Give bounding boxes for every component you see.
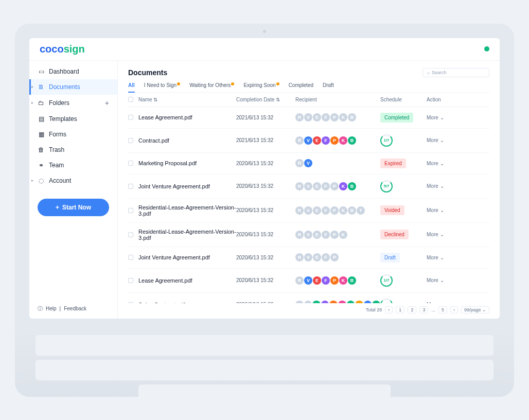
doc-date: 2020/6/13 15:32	[236, 161, 295, 166]
recipient-avatar: R	[295, 231, 304, 239]
chevron-down-icon: ⌄	[440, 207, 444, 213]
more-button[interactable]: More ⌄	[427, 255, 457, 260]
recipient-avatar: E	[313, 136, 321, 145]
recipient-avatar: R	[295, 182, 304, 190]
row-checkbox[interactable]	[128, 278, 133, 283]
row-checkbox[interactable]	[128, 115, 133, 120]
nav-folders[interactable]: ▸🗀Folders+	[29, 95, 117, 111]
recipient-avatar: R	[295, 276, 304, 285]
table-row[interactable]: Contract.pdf 2021/6/13 15:32 RVEFPKB 1/7…	[128, 129, 489, 153]
nav-templates[interactable]: ▤Templates	[29, 111, 117, 127]
more-button[interactable]: More ⌄	[427, 277, 457, 283]
page-prev[interactable]: ‹	[385, 306, 393, 313]
recipient-avatar: K	[339, 206, 347, 215]
recipient-avatar: E	[313, 231, 321, 239]
add-folder-icon[interactable]: +	[105, 99, 109, 107]
table-row[interactable]: Lease Agreement.pdf 2021/6/13 15:32 RVEF…	[128, 107, 489, 129]
more-button[interactable]: More ⌄	[427, 183, 457, 189]
status-badge: Declined	[380, 230, 409, 239]
nav-forms[interactable]: ▦Forms	[29, 127, 117, 142]
page-next[interactable]: ›	[450, 306, 458, 313]
recipient-avatar: V	[304, 182, 312, 190]
more-button[interactable]: More ⌄	[427, 232, 457, 237]
select-all-checkbox[interactable]	[128, 97, 133, 102]
tab-waiting[interactable]: Waiting for Others	[189, 82, 234, 92]
page-1[interactable]: 1	[396, 306, 404, 313]
col-name[interactable]: Name ⇅	[138, 97, 236, 102]
table-row[interactable]: Lease Agreement.pdf 2020/6/13 15:32 RVEF…	[128, 269, 489, 293]
table-row[interactable]: Marketing Proposal.pdf 2020/6/13 15:32 R…	[128, 153, 489, 174]
recipient-avatar: P	[330, 206, 339, 215]
search-input[interactable]: ⌕Search	[422, 68, 489, 77]
chevron-right-icon: ▸	[31, 100, 33, 105]
nav-account[interactable]: ▸◌Account	[29, 173, 117, 188]
chevron-right-icon: ▸	[31, 178, 33, 183]
start-now-button[interactable]: +Start Now	[38, 199, 109, 216]
tab-draft[interactable]: Draft	[323, 82, 334, 92]
recipient-avatar: F	[322, 136, 330, 145]
table-row[interactable]: Joint Venture Agreement.pdf 2020/6/13 15…	[128, 247, 489, 269]
recipient-avatar: B	[348, 182, 356, 190]
recipient-avatar: E	[313, 253, 321, 261]
recipients: RVEFP	[295, 253, 380, 261]
nav-documents[interactable]: ▸🗎Documents	[29, 79, 117, 95]
badge-icon	[177, 82, 180, 85]
row-checkbox[interactable]	[128, 232, 133, 237]
help-link[interactable]: Help	[46, 306, 57, 311]
main-content: Documents ⌕Search All I Need to Sign Wai…	[118, 61, 500, 319]
sort-icon: ⇅	[276, 97, 280, 102]
row-checkbox[interactable]	[128, 208, 133, 213]
more-button[interactable]: More ⌄	[427, 137, 457, 143]
table-row[interactable]: Residential-Lease-Agreement-Version-3.pd…	[128, 199, 489, 223]
more-button[interactable]: More ⌄	[427, 115, 457, 120]
recipient-avatar: F	[322, 231, 330, 239]
doc-name: Joint Venture Agreement.pdf	[138, 254, 236, 260]
recipient-avatar: R	[295, 159, 304, 167]
recipient-avatar: E	[313, 206, 321, 215]
page-3[interactable]: 3	[419, 306, 428, 313]
status-dot	[484, 46, 489, 51]
recipient-avatar: R	[295, 206, 304, 215]
recipient-avatar: K	[339, 136, 347, 145]
row-checkbox[interactable]	[128, 184, 133, 189]
doc-name: Joint Venture Agreement.pdf	[138, 183, 236, 189]
page-size-select[interactable]: 99/page ⌄	[461, 306, 489, 313]
table-row[interactable]: Sales Contract.pdf 2020/6/13 15:32 RVEFP…	[128, 293, 489, 303]
page-ellipsis: ...	[431, 307, 435, 312]
page-2[interactable]: 2	[408, 306, 416, 313]
recipient-avatar: P	[330, 276, 339, 285]
more-button[interactable]: More ⌄	[427, 161, 457, 166]
nav-dashboard[interactable]: ▭Dashboard	[29, 64, 117, 79]
page-5[interactable]: 5	[438, 306, 447, 313]
progress-ring: 2/10	[380, 299, 393, 303]
row-checkbox[interactable]	[128, 161, 133, 166]
tab-completed[interactable]: Completed	[289, 82, 313, 92]
feedback-link[interactable]: Feedback	[64, 306, 86, 311]
table-row[interactable]: Joint Venture Agreement.pdf 2020/6/13 15…	[128, 174, 489, 199]
row-checkbox[interactable]	[128, 138, 133, 143]
progress-ring: 5/7	[380, 180, 393, 192]
row-checkbox[interactable]	[128, 255, 133, 260]
tab-need-sign[interactable]: I Need to Sign	[144, 82, 180, 92]
tab-all[interactable]: All	[128, 82, 135, 92]
table-row[interactable]: Residential-Lease-Agreement-Version-3.pd…	[128, 223, 489, 247]
nav-team[interactable]: ⚭Team	[29, 157, 117, 173]
recipient-avatar: K	[339, 231, 347, 239]
nav-trash[interactable]: 🗑Trash	[29, 142, 117, 157]
help-icon: ⓘ	[38, 305, 43, 312]
trash-icon: 🗑	[38, 146, 45, 153]
doc-date: 2020/6/13 15:32	[236, 277, 295, 283]
doc-name: Lease Agreement.pdf	[138, 277, 236, 284]
recipient-avatar: R	[295, 253, 304, 261]
sidebar: ▭Dashboard ▸🗎Documents ▸🗀Folders+ ▤Templ…	[29, 61, 118, 319]
recipient-avatar: P	[330, 231, 339, 239]
app-header: cocosign	[29, 38, 500, 61]
recipients: RVEFPKB	[295, 136, 380, 145]
page-title: Documents	[128, 68, 167, 77]
tab-expiring[interactable]: Expiring Soon	[243, 82, 279, 92]
col-date[interactable]: Completion Date ⇅	[236, 97, 295, 102]
recipients: RVEFPKB	[295, 113, 380, 121]
col-recipient: Recipient	[295, 97, 380, 102]
recipients: RVEFPK	[295, 231, 380, 239]
more-button[interactable]: More ⌄	[427, 207, 457, 213]
